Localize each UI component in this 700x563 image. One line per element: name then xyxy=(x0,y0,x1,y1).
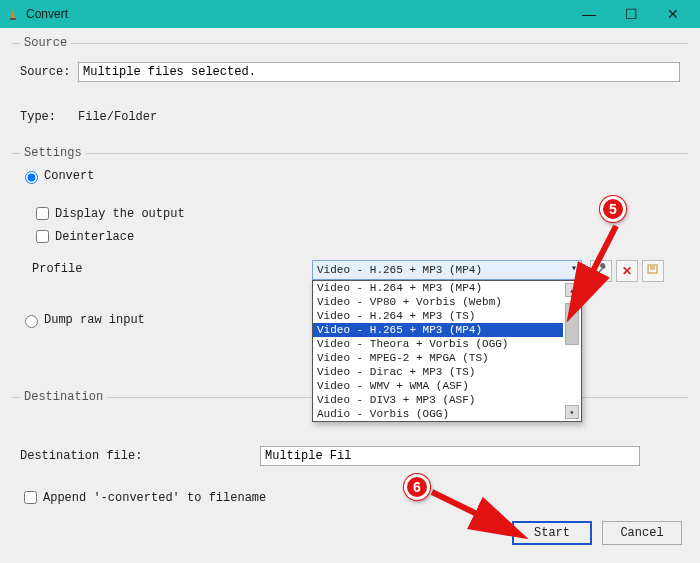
scroll-down-icon[interactable]: ▾ xyxy=(565,405,579,419)
convert-radio[interactable]: Convert xyxy=(20,168,94,184)
maximize-button[interactable]: ☐ xyxy=(610,0,652,28)
type-value: File/Folder xyxy=(78,110,157,124)
convert-radio-label: Convert xyxy=(44,169,94,183)
append-converted-label: Append '-converted' to filename xyxy=(43,491,266,505)
append-converted-input[interactable] xyxy=(24,491,37,504)
callout-6-label: 6 xyxy=(413,479,421,495)
profile-option[interactable]: Video - H.264 + MP3 (TS) xyxy=(313,309,563,323)
cancel-button[interactable]: Cancel xyxy=(602,521,682,545)
window-title: Convert xyxy=(26,7,568,21)
wrench-icon xyxy=(595,263,607,279)
destination-file-field[interactable] xyxy=(260,446,640,466)
cancel-button-label: Cancel xyxy=(620,526,663,540)
scrollbar-thumb[interactable] xyxy=(565,303,579,345)
callout-5-label: 5 xyxy=(609,201,617,217)
settings-legend: Settings xyxy=(20,146,86,160)
profile-option[interactable]: Video - MPEG-2 + MPGA (TS) xyxy=(313,351,563,365)
display-output-checkbox[interactable]: Display the output xyxy=(32,204,185,223)
svg-marker-0 xyxy=(11,9,15,19)
display-output-input[interactable] xyxy=(36,207,49,220)
source-field[interactable] xyxy=(78,62,680,82)
annotation-callout-6: 6 xyxy=(404,474,430,500)
dump-raw-radio[interactable]: Dump raw input xyxy=(20,312,145,328)
profile-option[interactable]: Video - VP80 + Vorbis (Webm) xyxy=(313,295,563,309)
svg-rect-1 xyxy=(10,18,16,20)
scroll-up-icon[interactable]: ▴ xyxy=(565,283,579,297)
profile-option[interactable]: Video - WMV + WMA (ASF) xyxy=(313,379,563,393)
deinterlace-input[interactable] xyxy=(36,230,49,243)
new-profile-button[interactable] xyxy=(642,260,664,282)
delete-x-icon: ✕ xyxy=(622,264,632,278)
start-button[interactable]: Start xyxy=(512,521,592,545)
start-button-label: Start xyxy=(534,526,570,540)
minimize-button[interactable]: — xyxy=(568,0,610,28)
profile-label: Profile xyxy=(32,260,312,276)
profile-option[interactable]: Video - DIV3 + MP3 (ASF) xyxy=(313,393,563,407)
dialog-body: Source Source: Type: File/Folder Setting… xyxy=(0,28,700,563)
profile-dropdown-list[interactable]: ▴ ▾ Video - H.264 + MP3 (MP4)Video - VP8… xyxy=(312,280,582,422)
append-converted-checkbox[interactable]: Append '-converted' to filename xyxy=(20,488,266,507)
source-label: Source: xyxy=(20,65,78,79)
delete-profile-button[interactable]: ✕ xyxy=(616,260,638,282)
destination-legend: Destination xyxy=(20,390,107,404)
type-label: Type: xyxy=(20,110,78,124)
dump-raw-label: Dump raw input xyxy=(44,313,145,327)
profile-combobox[interactable]: Video - H.265 + MP3 (MP4) xyxy=(312,260,582,280)
deinterlace-checkbox[interactable]: Deinterlace xyxy=(32,227,134,246)
profile-option[interactable]: Video - H.265 + MP3 (MP4) xyxy=(313,323,563,337)
profile-option[interactable]: Video - Dirac + MP3 (TS) xyxy=(313,365,563,379)
settings-section: Settings Convert Display the output Dein… xyxy=(12,146,688,382)
profile-option[interactable]: Video - H.264 + MP3 (MP4) xyxy=(313,281,563,295)
convert-radio-input[interactable] xyxy=(25,171,38,184)
new-profile-icon xyxy=(647,263,659,279)
profile-selected-value: Video - H.265 + MP3 (MP4) xyxy=(317,264,482,276)
vlc-cone-icon xyxy=(6,7,20,21)
profile-option[interactable]: Video - Theora + Vorbis (OGG) xyxy=(313,337,563,351)
dump-raw-input[interactable] xyxy=(25,315,38,328)
profile-option[interactable]: Audio - Vorbis (OGG) xyxy=(313,407,563,421)
destination-file-label: Destination file: xyxy=(20,449,260,463)
source-section: Source Source: Type: File/Folder xyxy=(12,36,688,138)
deinterlace-label: Deinterlace xyxy=(55,230,134,244)
source-legend: Source xyxy=(20,36,71,50)
close-button[interactable]: ✕ xyxy=(652,0,694,28)
titlebar: Convert — ☐ ✕ xyxy=(0,0,700,28)
edit-profile-button[interactable] xyxy=(590,260,612,282)
annotation-callout-5: 5 xyxy=(600,196,626,222)
display-output-label: Display the output xyxy=(55,207,185,221)
